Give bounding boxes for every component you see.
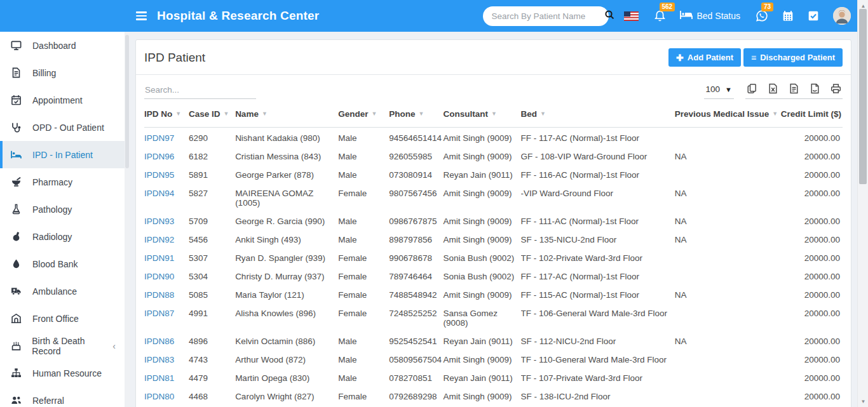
ipd-no-link[interactable]: IPDN96	[144, 152, 174, 161]
gender-cell: Female	[338, 286, 389, 304]
page-scrollbar-thumb[interactable]	[859, 9, 867, 184]
column-header-name[interactable]: Name▼	[235, 103, 338, 128]
ipd-no-link[interactable]: IPDN88	[144, 290, 174, 300]
ipd-no-link[interactable]: IPDN86	[144, 337, 174, 346]
gender-cell: Male	[338, 332, 389, 350]
phone-cell: 94564651414	[389, 128, 443, 148]
phone-cell: 7248525252	[389, 304, 443, 332]
table-row: IPDN945827MAIREENA GOMAZ (1005)Female980…	[144, 184, 843, 212]
column-header-phone[interactable]: Phone▼	[389, 103, 443, 128]
sidebar-item-pharmacy[interactable]: Pharmacy	[0, 168, 125, 196]
whatsapp-icon[interactable]: 73	[756, 10, 768, 22]
discharged-patient-button[interactable]: ≡ Discharged Patient	[743, 48, 843, 67]
credit-limit-cell: 20000.00	[778, 304, 843, 332]
gender-cell: Female	[338, 267, 389, 286]
previous-medical-issue-cell	[675, 128, 778, 148]
column-header-bed[interactable]: Bed▼	[521, 103, 675, 128]
export-excel-icon[interactable]	[768, 83, 778, 94]
table-row: IPDN804468Carolyn Wright (827)Female0792…	[144, 387, 843, 406]
ipd-no-link[interactable]: IPDN93	[144, 217, 174, 226]
sidebar-item-billing[interactable]: Billing	[0, 59, 125, 86]
name-cell: Kelvin Octamin (886)	[235, 332, 338, 350]
opd-icon	[11, 123, 22, 133]
ipd-icon	[11, 150, 22, 160]
column-header-case-id[interactable]: Case ID▼	[189, 103, 235, 128]
gender-cell: Male	[338, 128, 389, 148]
sidebar-item-referral[interactable]: Referral	[0, 387, 125, 407]
column-header-ipd-no[interactable]: IPD No▼	[144, 103, 189, 128]
ipd-no-link[interactable]: IPDN81	[144, 373, 174, 383]
name-cell: George R. Garcia (990)	[235, 212, 338, 230]
search-icon[interactable]	[604, 10, 614, 22]
sidebar-item-blood-bank[interactable]: Blood Bank	[0, 250, 125, 277]
ipd-no-link[interactable]: IPDN87	[144, 309, 174, 318]
ipd-no-link[interactable]: IPDN94	[144, 189, 174, 198]
export-copy-icon[interactable]	[747, 83, 757, 94]
case-id-cell: 6182	[189, 147, 235, 166]
sidebar-scrollbar-thumb[interactable]	[125, 35, 129, 168]
plus-icon: ✚	[676, 55, 684, 61]
notifications-bell-icon[interactable]: 562	[654, 10, 666, 22]
bed-cell: TF - 110-General Ward Male-3rd Floor	[521, 350, 675, 369]
sidebar-item-birth-death-record[interactable]: Birth & Death Record‹	[0, 332, 125, 359]
export-print-icon[interactable]	[831, 83, 841, 94]
sort-icon: ▼	[772, 110, 778, 117]
add-patient-button[interactable]: ✚ Add Patient	[668, 48, 741, 67]
ipd-no-link[interactable]: IPDN90	[144, 272, 174, 281]
scroll-down-arrow[interactable]: ▼	[858, 397, 868, 406]
ipd-no-link[interactable]: IPDN83	[144, 355, 174, 364]
ipd-no-link[interactable]: IPDN95	[144, 170, 174, 180]
ipd-no-link-cell: IPDN96	[144, 147, 189, 166]
table-row: IPDN814479Martin Opega (830)Male07827085…	[144, 369, 843, 387]
table-search-input[interactable]	[144, 83, 256, 99]
consultant-cell: Sonia Bush (9002)	[443, 249, 520, 267]
sidebar-item-radiology[interactable]: Radiology	[0, 223, 125, 250]
calendar-icon[interactable]	[782, 10, 794, 22]
credit-limit-cell: 20000.00	[778, 387, 843, 406]
export-pdf-icon[interactable]	[810, 83, 820, 94]
page-size-select[interactable]: 100 ▼	[704, 83, 734, 99]
ipd-no-link[interactable]: IPDN97	[144, 133, 174, 143]
tasks-check-icon[interactable]	[808, 10, 819, 22]
consultant-cell: Amit Singh (9009)	[443, 147, 520, 166]
chevron-left-icon: ‹	[112, 341, 116, 351]
ipd-patient-card: IPD Patient ✚ Add Patient ≡ Discharged P…	[135, 39, 851, 407]
ipd-no-link-cell: IPDN91	[144, 249, 189, 267]
table-row: IPDN874991Alisha Knowles (896)Female7248…	[144, 304, 843, 332]
ambulance-icon	[11, 286, 22, 297]
sidebar-item-label: Birth & Death Record	[32, 336, 112, 356]
ipd-no-link[interactable]: IPDN92	[144, 235, 174, 244]
notifications-badge: 562	[660, 3, 675, 11]
consultant-cell: Amit Singh (9009)	[443, 212, 520, 230]
consultant-cell: Reyan Jain (9011)	[443, 369, 520, 387]
column-header-consultant[interactable]: Consultant▼	[443, 103, 520, 128]
page-scrollbar[interactable]: ▲ ▼	[857, 0, 868, 407]
sidebar-item-label: Ambulance	[32, 286, 77, 297]
gender-cell: Male	[338, 147, 389, 166]
consultant-cell: Amit Singh (9009)	[443, 184, 520, 212]
user-avatar[interactable]	[833, 7, 851, 25]
sidebar-item-pathology[interactable]: Pathology	[0, 196, 125, 223]
credit-limit-cell: 20000.00	[778, 230, 843, 249]
sidebar-item-front-office[interactable]: Front Office	[0, 305, 125, 332]
sidebar-item-opd-out-patient[interactable]: OPD - Out Patient	[0, 114, 125, 141]
referral-icon	[11, 396, 22, 406]
sidebar-item-dashboard[interactable]: Dashboard	[0, 32, 125, 59]
language-flag-icon[interactable]	[624, 11, 639, 21]
table-row: IPDN864896Kelvin Octamin (886)Male952545…	[144, 332, 843, 350]
column-header-previous-medical-issue[interactable]: Previous Medical Issue▼	[675, 103, 778, 128]
sidebar-item-ipd-in-patient[interactable]: IPD - In Patient	[0, 141, 125, 168]
patient-search-input[interactable]	[492, 11, 604, 21]
bed-status-button[interactable]: Bed Status	[680, 10, 741, 22]
menu-toggle-icon[interactable]	[136, 11, 147, 20]
export-csv-icon[interactable]	[789, 83, 799, 94]
ipd-no-link[interactable]: IPDN91	[144, 253, 174, 263]
sidebar-item-ambulance[interactable]: Ambulance	[0, 277, 125, 305]
sidebar-item-label: Radiology	[32, 232, 72, 242]
sidebar-item-appointment[interactable]: Appointment	[0, 86, 125, 114]
ipd-no-link[interactable]: IPDN80	[144, 392, 174, 401]
sidebar-scrollbar[interactable]	[125, 32, 130, 407]
column-header-gender[interactable]: Gender▼	[338, 103, 389, 128]
sidebar-item-human-resource[interactable]: Human Resource	[0, 359, 125, 387]
ipd-no-link-cell: IPDN87	[144, 304, 189, 332]
